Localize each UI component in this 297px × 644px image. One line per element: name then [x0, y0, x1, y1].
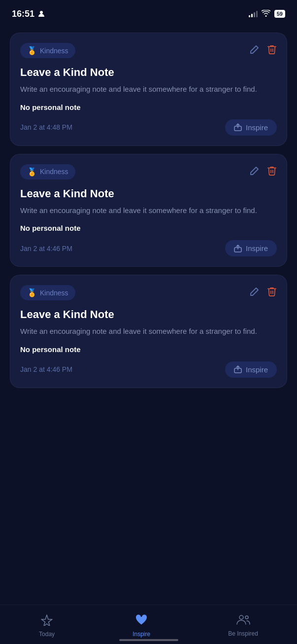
svg-point-5 [245, 616, 248, 619]
card-3-delete-button[interactable] [267, 286, 277, 299]
card-2-delete-button[interactable] [267, 166, 277, 178]
signal-bars [249, 10, 258, 17]
svg-point-0 [40, 11, 43, 14]
card-2-category-emoji: 🏅 [27, 167, 37, 177]
card-2-edit-button[interactable] [250, 166, 259, 178]
card-2-actions [250, 166, 277, 178]
cards-container: 🏅 Kindness Leave a Kind Note Write an [0, 25, 297, 396]
card-1-actions [250, 44, 277, 57]
status-icons: 59 [249, 10, 285, 18]
status-bar: 16:51 59 [0, 0, 297, 25]
nav-item-inspire[interactable]: Inspire [132, 614, 150, 638]
card-1-inspire-button[interactable]: Inspire [225, 119, 277, 136]
card-3-inspire-label: Inspire [246, 365, 268, 374]
card-1-timestamp: Jan 2 at 4:48 PM [20, 123, 72, 131]
card-1-category-emoji: 🏅 [27, 46, 37, 55]
nav-label-inspire: Inspire [132, 631, 150, 638]
card-3-edit-button[interactable] [250, 287, 259, 298]
card-1-inspire-label: Inspire [246, 123, 268, 132]
card-2-category-label: Kindness [40, 168, 68, 176]
card-2-description: Write an encouraging note and leave it s… [20, 205, 277, 216]
svg-point-4 [239, 615, 243, 619]
card-2-personal-note: No personal note [20, 224, 277, 232]
card-3-category-badge: 🏅 Kindness [20, 285, 75, 300]
card-3-personal-note: No personal note [20, 345, 277, 354]
heart-icon [135, 614, 148, 629]
card-2: 🏅 Kindness Leave a Kind Note Write an [10, 154, 287, 267]
battery-indicator: 59 [274, 10, 285, 18]
card-1-delete-button[interactable] [267, 44, 277, 57]
signal-bar-1 [249, 15, 250, 17]
card-1-category-label: Kindness [40, 47, 68, 55]
card-2-timestamp: Jan 2 at 4:46 PM [20, 245, 72, 252]
card-3-inspire-button[interactable]: Inspire [225, 361, 277, 378]
card-3-timestamp: Jan 2 at 4:46 PM [20, 365, 72, 373]
nav-item-today[interactable]: Today [39, 614, 55, 638]
card-1-description: Write an encouraging note and leave it s… [20, 84, 277, 95]
card-1-personal-note: No personal note [20, 103, 277, 111]
people-icon [236, 614, 250, 628]
card-1-category-badge: 🏅 Kindness [20, 43, 75, 58]
card-3-description: Write an encouraging note and leave it s… [20, 326, 277, 337]
card-3-category-label: Kindness [40, 289, 68, 297]
card-1-edit-button[interactable] [250, 45, 259, 56]
card-3: 🏅 Kindness Leave a Kind Note Write an [10, 275, 287, 388]
card-2-inspire-label: Inspire [246, 244, 268, 252]
person-icon [37, 10, 45, 18]
card-3-header: 🏅 Kindness [20, 285, 277, 300]
card-1-footer: Jan 2 at 4:48 PM Inspire [20, 119, 277, 136]
card-2-inspire-button[interactable]: Inspire [225, 240, 277, 256]
card-3-footer: Jan 2 at 4:46 PM Inspire [20, 361, 277, 378]
card-2-footer: Jan 2 at 4:46 PM Inspire [20, 240, 277, 256]
nav-label-be-inspired: Be Inspired [228, 630, 258, 637]
card-1-title: Leave a Kind Note [20, 66, 277, 79]
card-2-header: 🏅 Kindness [20, 164, 277, 179]
card-3-actions [250, 286, 277, 299]
card-3-title: Leave a Kind Note [20, 308, 277, 321]
card-3-category-emoji: 🏅 [27, 288, 37, 297]
signal-bar-4 [256, 11, 258, 17]
signal-bar-3 [254, 12, 255, 17]
signal-bar-2 [251, 14, 253, 17]
card-1-header: 🏅 Kindness [20, 43, 277, 58]
home-indicator [119, 639, 178, 641]
nav-label-today: Today [39, 631, 55, 638]
star-icon [41, 614, 53, 629]
card-2-category-badge: 🏅 Kindness [20, 164, 75, 179]
status-time: 16:51 [12, 9, 45, 19]
nav-item-be-inspired[interactable]: Be Inspired [228, 614, 258, 637]
bottom-nav: Today Inspire Be Inspired [0, 605, 297, 644]
card-2-title: Leave a Kind Note [20, 187, 277, 200]
wifi-icon [262, 10, 270, 18]
card-1: 🏅 Kindness Leave a Kind Note Write an [10, 33, 287, 146]
